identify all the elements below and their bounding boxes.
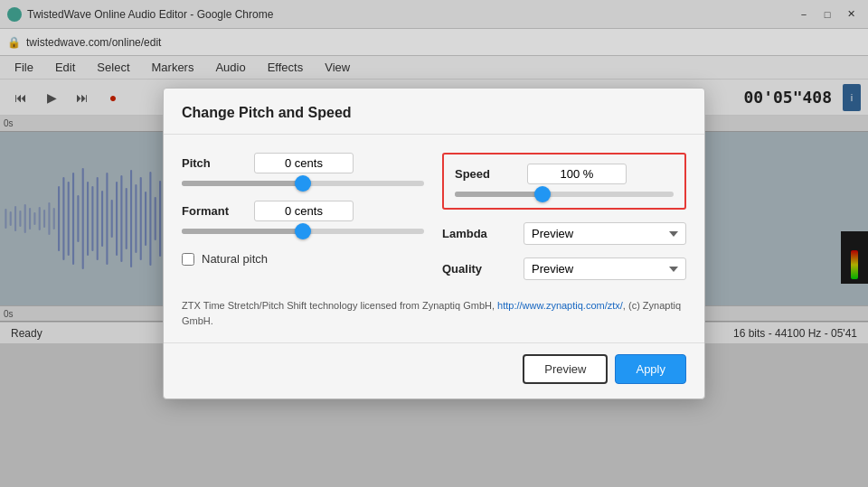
modal-right: Speed Lambda Preview Draft bbox=[442, 153, 686, 280]
speed-slider-fill bbox=[455, 192, 542, 197]
quality-dropdown[interactable]: Preview Draft Standard High bbox=[524, 258, 686, 280]
formant-label: Formant bbox=[182, 204, 245, 218]
pitch-slider-track[interactable] bbox=[182, 181, 424, 186]
lambda-dropdown[interactable]: Preview Draft Standard High bbox=[524, 222, 686, 245]
lambda-label: Lambda bbox=[442, 227, 514, 240]
pitch-slider-fill bbox=[182, 181, 303, 186]
license-link[interactable]: http://www.zynaptiq.com/ztx/ bbox=[497, 300, 623, 311]
preview-button[interactable]: Preview bbox=[523, 354, 608, 384]
speed-slider-track[interactable] bbox=[455, 192, 674, 197]
speed-slider-thumb[interactable] bbox=[534, 186, 551, 202]
natural-pitch-label[interactable]: Natural pitch bbox=[202, 252, 268, 266]
quality-row: Quality Preview Draft Standard High bbox=[442, 258, 686, 280]
quality-label: Quality bbox=[442, 262, 514, 276]
modal-left: Pitch Formant bbox=[182, 153, 424, 280]
pitch-value[interactable] bbox=[254, 153, 354, 173]
pitch-slider-thumb[interactable] bbox=[295, 175, 311, 192]
pitch-label: Pitch bbox=[182, 156, 245, 170]
modal-body: Pitch Formant bbox=[164, 135, 704, 298]
natural-pitch-row: Natural pitch bbox=[182, 252, 424, 266]
speed-header: Speed bbox=[455, 164, 674, 184]
natural-pitch-checkbox[interactable] bbox=[182, 253, 194, 266]
formant-value[interactable] bbox=[254, 201, 354, 221]
speed-box: Speed bbox=[442, 153, 686, 210]
speed-value[interactable] bbox=[527, 164, 627, 184]
formant-header: Formant bbox=[182, 201, 424, 221]
modal-overlay: Change Pitch and Speed Pitch bbox=[0, 0, 868, 487]
formant-slider-fill bbox=[182, 229, 303, 234]
speed-row: Speed bbox=[455, 164, 674, 199]
formant-slider-thumb[interactable] bbox=[295, 223, 311, 239]
modal-dialog: Change Pitch and Speed Pitch bbox=[163, 88, 705, 399]
license-prefix: ZTX Time Stretch/Pitch Shift technology … bbox=[182, 300, 497, 311]
modal-footer: Preview Apply bbox=[164, 342, 704, 398]
pitch-header: Pitch bbox=[182, 153, 424, 173]
formant-slider-track[interactable] bbox=[182, 229, 424, 234]
apply-button[interactable]: Apply bbox=[615, 354, 686, 384]
speed-label: Speed bbox=[455, 167, 518, 181]
modal-title: Change Pitch and Speed bbox=[164, 89, 704, 135]
pitch-row: Pitch bbox=[182, 153, 424, 188]
formant-row: Formant bbox=[182, 201, 424, 236]
license-text: ZTX Time Stretch/Pitch Shift technology … bbox=[164, 298, 704, 342]
lambda-row: Lambda Preview Draft Standard High bbox=[442, 222, 686, 245]
